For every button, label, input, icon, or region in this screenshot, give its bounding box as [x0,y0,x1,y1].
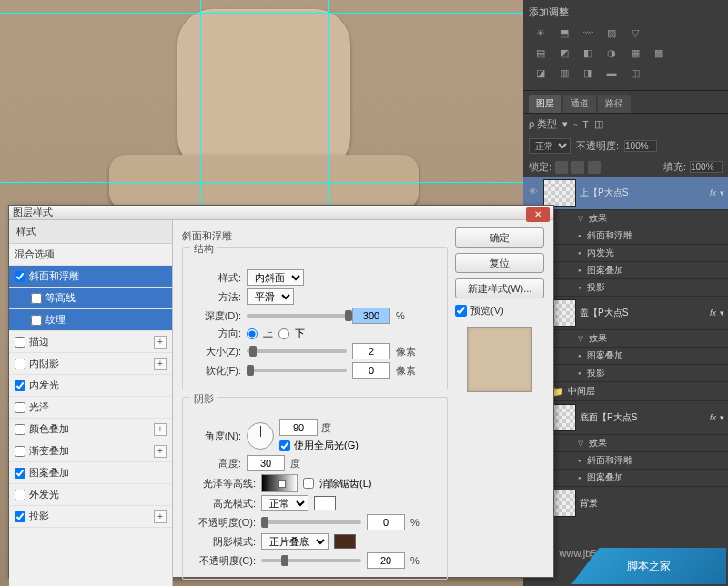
style-checkbox[interactable] [15,446,25,457]
style-select[interactable]: 内斜面 [247,269,304,286]
fx-badge[interactable]: fx [710,308,716,318]
depth-slider[interactable] [247,314,347,318]
adj-hue-icon[interactable]: ▤ [532,47,549,62]
style-item[interactable]: 图案叠加 [9,462,172,484]
close-icon[interactable]: ✕ [526,207,550,222]
adj-brightness-icon[interactable]: ☀ [532,27,549,42]
style-item[interactable]: 投影+ [9,506,172,528]
fx-badge[interactable]: fx [710,188,716,197]
tab-channels[interactable]: 通道 [563,95,596,113]
fx-badge[interactable]: fx [710,413,716,422]
adj-photo-icon[interactable]: ◑ [603,47,620,62]
adj-curves-icon[interactable]: 〰 [580,27,596,42]
fill-input[interactable] [690,161,723,173]
soften-slider[interactable] [247,369,347,372]
style-item[interactable]: 外发光 [9,484,172,506]
technique-select[interactable]: 平滑 [247,288,294,305]
adj-invert-icon[interactable]: ◪ [532,67,549,82]
altitude-input[interactable] [247,455,285,471]
size-input[interactable] [352,343,390,359]
styles-header[interactable]: 样式 [9,220,172,244]
tab-paths[interactable]: 路径 [598,95,631,113]
adj-levels-icon[interactable]: ⬒ [556,27,572,42]
style-item[interactable]: 纹理 [9,309,172,331]
lock-label: 锁定: [529,160,551,174]
new-style-button[interactable]: 新建样式(W)... [455,278,544,298]
adj-mixer-icon[interactable]: ▦ [627,47,643,62]
add-effect-icon[interactable]: + [154,445,167,458]
style-item[interactable]: 斜面和浮雕 [9,266,172,288]
global-light-checkbox[interactable] [279,440,290,451]
style-item[interactable]: 光泽 [9,397,172,419]
filter-icon[interactable]: T [582,119,589,130]
style-checkbox[interactable] [15,490,25,500]
style-item[interactable]: 内发光 [9,375,172,397]
highlight-opacity-input[interactable] [367,514,405,530]
opacity-input[interactable] [624,140,657,152]
add-effect-icon[interactable]: + [154,336,167,349]
shadow-mode-select[interactable]: 正片叠底 [261,533,329,550]
style-checkbox[interactable] [31,315,42,326]
dialog-titlebar[interactable]: 图层样式 ✕ [9,206,553,220]
ok-button[interactable]: 确定 [455,227,544,248]
style-checkbox[interactable] [15,271,25,282]
visibility-icon[interactable]: 👁 [527,187,540,199]
direction-up-radio[interactable] [247,328,258,339]
chevron-down-icon[interactable]: ▾ [720,413,724,422]
preview-checkbox[interactable] [455,305,467,317]
style-checkbox[interactable] [31,293,42,304]
adj-threshold-icon[interactable]: ◨ [580,67,596,82]
depth-input[interactable] [352,308,390,324]
add-effect-icon[interactable]: + [154,358,167,370]
highlight-opacity-slider[interactable] [261,520,361,524]
angle-input[interactable] [279,419,318,436]
highlight-mode-select[interactable]: 正常 [261,495,308,511]
lock-all-icon[interactable] [588,161,601,174]
altitude-label: 高度: [190,457,241,470]
style-item[interactable]: 渐变叠加+ [9,440,172,462]
filter-icon[interactable]: ▫ [573,119,577,130]
adj-vibrance-icon[interactable]: ▽ [627,27,643,42]
blend-mode-select[interactable]: 正常 [529,138,571,154]
style-checkbox[interactable] [15,468,25,479]
direction-down-radio[interactable] [278,328,289,339]
preview-toggle[interactable]: 预览(V) [455,304,544,318]
adj-selective-icon[interactable]: ◫ [627,67,643,82]
style-checkbox[interactable] [15,337,25,348]
filter-icon[interactable]: ◫ [594,118,603,130]
lock-pixels-icon[interactable] [555,161,568,174]
style-checkbox[interactable] [15,424,25,435]
chevron-down-icon[interactable]: ▾ [720,308,724,318]
blending-options[interactable]: 混合选项 [9,244,172,266]
shadow-opacity-input[interactable] [367,552,405,569]
lock-position-icon[interactable] [571,161,584,174]
adj-bw-icon[interactable]: ◧ [580,47,596,62]
antialias-checkbox[interactable] [303,478,314,489]
style-item[interactable]: 内阴影+ [9,353,172,375]
style-checkbox[interactable] [15,402,25,413]
filter-icon[interactable]: ▾ [562,118,568,130]
chevron-down-icon[interactable]: ▾ [720,188,724,197]
style-checkbox[interactable] [15,511,25,522]
add-effect-icon[interactable]: + [154,423,167,436]
adj-poster-icon[interactable]: ▥ [556,67,572,82]
angle-dial[interactable] [247,422,274,450]
style-checkbox[interactable] [15,380,25,391]
highlight-color-swatch[interactable] [314,496,336,510]
add-effect-icon[interactable]: + [154,510,167,523]
style-checkbox[interactable] [15,359,25,369]
style-item[interactable]: 描边+ [9,331,172,353]
style-item[interactable]: 颜色叠加+ [9,419,172,440]
shadow-color-swatch[interactable] [334,534,356,549]
adj-lookup-icon[interactable]: ▩ [651,47,667,62]
gloss-contour-picker[interactable] [261,474,298,492]
adj-balance-icon[interactable]: ◩ [556,47,572,62]
style-item[interactable]: 等高线 [9,288,172,309]
shadow-opacity-slider[interactable] [261,559,361,562]
adj-exposure-icon[interactable]: ▨ [603,27,620,42]
tab-layers[interactable]: 图层 [529,95,561,113]
adj-gradient-icon[interactable]: ▬ [603,67,620,82]
soften-input[interactable] [352,362,390,379]
size-slider[interactable] [247,349,347,353]
cancel-button[interactable]: 复位 [455,253,544,273]
